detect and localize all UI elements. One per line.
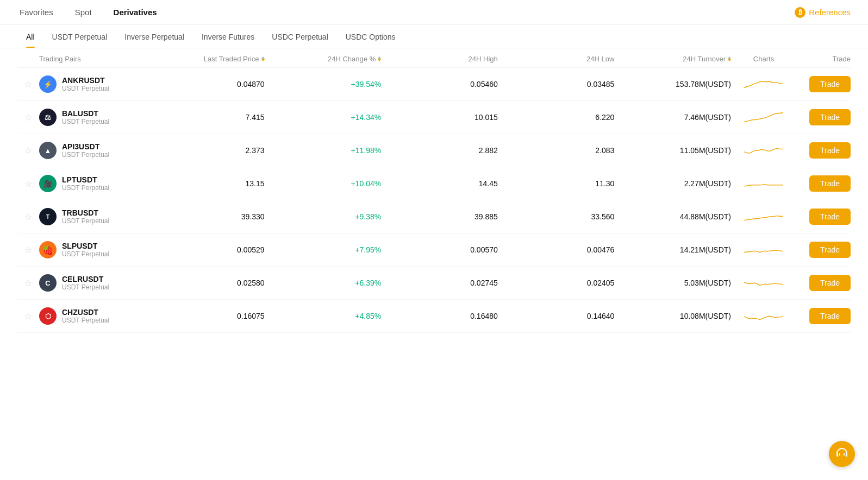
pair-type-celrusdt: USDT Perpetual: [62, 283, 109, 291]
chart-cell-chzusdt: [731, 307, 796, 325]
th-last-price: Last Traded Price: [148, 55, 265, 63]
trade-cell-lptusdt: Trade: [796, 175, 851, 192]
mini-chart-chzusdt: [742, 307, 785, 325]
favorite-star-ankrusdt[interactable]: ☆: [24, 79, 32, 90]
favorite-star-balusdt[interactable]: ☆: [24, 112, 32, 123]
last-price-balusdt: 7.415: [148, 113, 265, 122]
nav-items: Favorites Spot Derivatives: [17, 8, 159, 17]
pair-cell-lptusdt: 🎥 LPTUSDT USDT Perpetual: [39, 175, 148, 192]
pair-type-slpusdt: USDT Perpetual: [62, 250, 109, 258]
last-price-trbusdt: 39.330: [148, 212, 265, 221]
pair-name-slpusdt[interactable]: SLPUSDT: [62, 242, 109, 250]
high-lptusdt: 14.45: [381, 179, 498, 188]
tab-usdc-perpetual[interactable]: USDC Perpetual: [263, 25, 337, 48]
mini-chart-ankrusdt: [742, 75, 785, 93]
change-chzusdt: +4.85%: [265, 312, 382, 320]
tab-all[interactable]: All: [17, 25, 43, 48]
table-row: ☆ 🍓 SLPUSDT USDT Perpetual 0.00529 +7.95…: [17, 233, 851, 267]
mini-chart-celrusdt: [742, 274, 785, 292]
pair-name-balusdt[interactable]: BALUSDT: [62, 109, 109, 118]
star-cell-slpusdt: ☆: [17, 245, 39, 255]
low-api3usdt: 2.083: [498, 146, 615, 155]
star-cell-chzusdt: ☆: [17, 311, 39, 321]
trade-cell-chzusdt: Trade: [796, 308, 851, 324]
change-slpusdt: +7.95%: [265, 245, 382, 254]
table-row: ☆ ⚡ ANKRUSDT USDT Perpetual 0.04870 +39.…: [17, 68, 851, 101]
pair-cell-chzusdt: ⬡ CHZUSDT USDT Perpetual: [39, 307, 148, 325]
top-navigation: Favorites Spot Derivatives ₿ References: [0, 0, 868, 25]
tab-inverse-futures[interactable]: Inverse Futures: [193, 25, 263, 48]
th-trading-pairs: Trading Pairs: [39, 55, 148, 63]
pair-cell-slpusdt: 🍓 SLPUSDT USDT Perpetual: [39, 241, 148, 258]
chart-cell-balusdt: [731, 109, 796, 126]
change-lptusdt: +10.04%: [265, 179, 382, 188]
th-change: 24H Change %: [265, 55, 382, 63]
trade-button-lptusdt[interactable]: Trade: [809, 175, 851, 192]
trade-button-balusdt[interactable]: Trade: [809, 109, 851, 125]
nav-favorites[interactable]: Favorites: [17, 8, 55, 17]
chart-cell-trbusdt: [731, 208, 796, 225]
market-table: Trading Pairs Last Traded Price 24H Chan…: [0, 48, 868, 333]
tab-usdc-options[interactable]: USDC Options: [337, 25, 404, 48]
references-button[interactable]: ₿ References: [795, 7, 851, 18]
high-celrusdt: 0.02745: [381, 279, 498, 287]
pair-type-ankrusdt: USDT Perpetual: [62, 85, 109, 92]
favorite-star-lptusdt[interactable]: ☆: [24, 179, 32, 189]
coin-icon-ankrusdt: ⚡: [39, 75, 57, 93]
low-celrusdt: 0.02405: [498, 279, 615, 287]
last-price-ankrusdt: 0.04870: [148, 80, 265, 89]
th-trade: Trade: [796, 55, 851, 63]
trade-button-ankrusdt[interactable]: Trade: [809, 76, 851, 92]
references-icon: ₿: [795, 7, 805, 18]
tab-inverse-perpetual[interactable]: Inverse Perpetual: [116, 25, 193, 48]
favorite-star-trbusdt[interactable]: ☆: [24, 212, 32, 222]
th-low: 24H Low: [498, 55, 615, 63]
turnover-celrusdt: 5.03M(USDT): [614, 279, 731, 287]
pair-name-lptusdt[interactable]: LPTUSDT: [62, 175, 109, 184]
pair-type-balusdt: USDT Perpetual: [62, 118, 109, 125]
coin-icon-chzusdt: ⬡: [39, 307, 57, 325]
pair-type-lptusdt: USDT Perpetual: [62, 184, 109, 192]
nav-spot[interactable]: Spot: [73, 8, 94, 17]
pair-name-ankrusdt[interactable]: ANKRUSDT: [62, 76, 109, 85]
chart-cell-ankrusdt: [731, 75, 796, 93]
high-balusdt: 10.015: [381, 113, 498, 122]
star-cell-ankrusdt: ☆: [17, 79, 39, 90]
pair-name-celrusdt[interactable]: CELRUSDT: [62, 275, 109, 283]
change-trbusdt: +9.38%: [265, 212, 382, 221]
turnover-slpusdt: 14.21M(USDT): [614, 245, 731, 254]
pair-type-api3usdt: USDT Perpetual: [62, 151, 109, 159]
turnover-ankrusdt: 153.78M(USDT): [614, 80, 731, 89]
table-row: ☆ ⚖ BALUSDT USDT Perpetual 7.415 +14.34%…: [17, 101, 851, 134]
pair-name-chzusdt[interactable]: CHZUSDT: [62, 308, 109, 317]
table-row: ☆ T TRBUSDT USDT Perpetual 39.330 +9.38%…: [17, 200, 851, 233]
change-celrusdt: +6.39%: [265, 279, 382, 287]
svg-text:T: T: [46, 214, 49, 220]
nav-derivatives[interactable]: Derivatives: [111, 8, 159, 17]
trade-button-chzusdt[interactable]: Trade: [809, 308, 851, 324]
last-price-lptusdt: 13.15: [148, 179, 265, 188]
th-high: 24H High: [381, 55, 498, 63]
th-star: [17, 55, 39, 63]
favorite-star-chzusdt[interactable]: ☆: [24, 311, 32, 321]
pair-cell-ankrusdt: ⚡ ANKRUSDT USDT Perpetual: [39, 75, 148, 93]
coin-icon-celrusdt: C: [39, 274, 57, 292]
table-row: ☆ 🎥 LPTUSDT USDT Perpetual 13.15 +10.04%…: [17, 167, 851, 200]
trade-button-celrusdt[interactable]: Trade: [809, 275, 851, 291]
tab-usdt-perpetual[interactable]: USDT Perpetual: [43, 25, 116, 48]
favorite-star-api3usdt[interactable]: ☆: [24, 146, 32, 156]
pair-name-trbusdt[interactable]: TRBUSDT: [62, 209, 109, 217]
high-trbusdt: 39.885: [381, 212, 498, 221]
favorite-star-celrusdt[interactable]: ☆: [24, 278, 32, 288]
trade-button-trbusdt[interactable]: Trade: [809, 209, 851, 225]
table-row: ☆ C CELRUSDT USDT Perpetual 0.02580 +6.3…: [17, 267, 851, 300]
change-balusdt: +14.34%: [265, 113, 382, 122]
pair-name-api3usdt[interactable]: API3USDT: [62, 142, 109, 151]
star-cell-trbusdt: ☆: [17, 212, 39, 222]
low-slpusdt: 0.00476: [498, 245, 615, 254]
turnover-lptusdt: 2.27M(USDT): [614, 179, 731, 188]
trade-button-api3usdt[interactable]: Trade: [809, 142, 851, 159]
trade-button-slpusdt[interactable]: Trade: [809, 242, 851, 258]
favorite-star-slpusdt[interactable]: ☆: [24, 245, 32, 255]
last-price-slpusdt: 0.00529: [148, 245, 265, 254]
